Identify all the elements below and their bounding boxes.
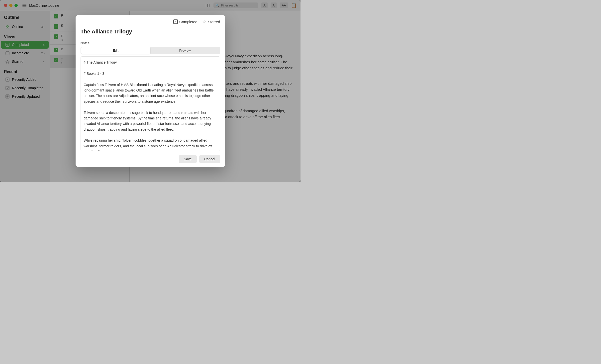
modal-starred-label: Starred bbox=[208, 20, 220, 24]
modal-completed-label: Completed bbox=[179, 20, 198, 24]
tab-edit[interactable]: Edit bbox=[81, 47, 150, 54]
modal-title-section bbox=[76, 26, 225, 38]
modal-content: # The Alliance Trilogy # Books 1 - 3 Cap… bbox=[76, 56, 225, 152]
modal-title-input[interactable] bbox=[81, 28, 220, 35]
modal-dialog: Completed ☆ Starred Notes Edit Preview #… bbox=[76, 15, 225, 167]
modal-star-icon: ☆ bbox=[202, 19, 206, 24]
modal-overlay[interactable]: Completed ☆ Starred Notes Edit Preview #… bbox=[0, 0, 300, 182]
tab-preview[interactable]: Preview bbox=[150, 47, 220, 54]
modal-notes-label: Notes bbox=[76, 38, 225, 47]
modal-starred-toggle[interactable]: ☆ Starred bbox=[202, 19, 220, 24]
modal-completed-toggle[interactable]: Completed bbox=[173, 19, 198, 24]
save-button[interactable]: Save bbox=[179, 155, 197, 163]
modal-notes-textarea[interactable]: # The Alliance Trilogy # Books 1 - 3 Cap… bbox=[81, 56, 220, 151]
modal-header: Completed ☆ Starred bbox=[76, 15, 225, 26]
cancel-button[interactable]: Cancel bbox=[199, 155, 220, 163]
modal-footer: Save Cancel bbox=[76, 152, 225, 167]
modal-tabs: Edit Preview bbox=[81, 47, 220, 54]
modal-completed-checkbox[interactable] bbox=[173, 19, 178, 24]
